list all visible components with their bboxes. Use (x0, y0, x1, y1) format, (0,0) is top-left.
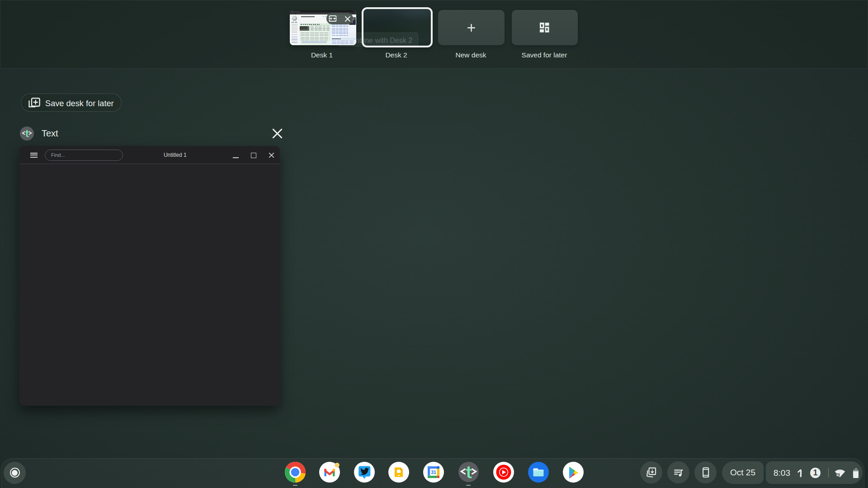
svg-text:31: 31 (431, 469, 436, 475)
